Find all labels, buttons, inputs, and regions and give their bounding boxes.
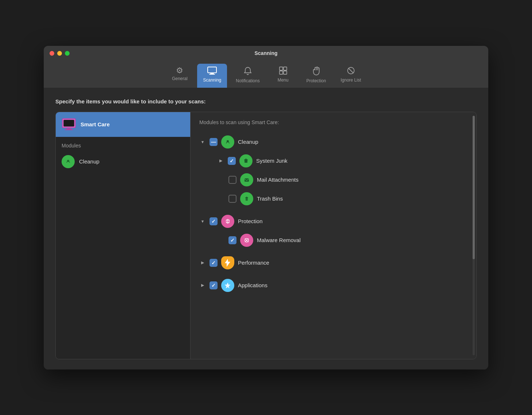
tab-ignore-list[interactable]: Ignore List (335, 64, 367, 88)
svg-rect-26 (246, 197, 247, 197)
checkbox-malware-removal[interactable] (228, 236, 236, 244)
tab-menu[interactable]: Menu (269, 64, 298, 88)
sidebar-item-smart-care[interactable]: Smart Care (56, 112, 190, 137)
module-row-malware-removal: Malware Removal (199, 231, 468, 250)
svg-rect-0 (208, 67, 216, 73)
performance-icon (221, 256, 234, 269)
app-window: Scanning ⚙ General Scanning (44, 46, 488, 369)
svg-rect-22 (245, 178, 249, 182)
svg-rect-12 (65, 129, 73, 130)
hand-icon (312, 67, 320, 77)
gear-icon: ⚙ (176, 67, 183, 75)
chevron-system-junk[interactable] (218, 158, 224, 164)
system-junk-label: System Junk (256, 158, 287, 164)
svg-rect-2 (209, 74, 215, 75)
svg-rect-24 (246, 198, 248, 201)
svg-rect-11 (67, 128, 71, 129)
trash-bins-icon (240, 192, 253, 205)
module-row-system-junk: System Junk (199, 151, 468, 170)
checkbox-protection[interactable] (210, 217, 218, 225)
svg-point-32 (246, 240, 247, 241)
panels-container: Smart Care Modules Cleanup (55, 112, 477, 359)
ignore-icon (347, 67, 355, 76)
chevron-protection[interactable] (199, 218, 206, 225)
svg-rect-5 (279, 71, 283, 74)
module-row-cleanup: Cleanup (199, 133, 468, 151)
svg-rect-1 (210, 73, 214, 74)
right-panel-title: Modules to scan using Smart Care: (199, 119, 468, 125)
main-content: Specify the items you would like to incl… (44, 88, 488, 369)
cleanup-icon-left (62, 155, 75, 168)
chevron-cleanup[interactable] (199, 139, 206, 145)
sidebar-item-cleanup[interactable]: Cleanup (56, 151, 190, 172)
protection-module-label: Protection (238, 218, 263, 224)
tab-scanning[interactable]: Scanning (197, 64, 227, 88)
module-row-trash-bins: Trash Bins (199, 189, 468, 208)
toolbar: ⚙ General Scanning Notifications (44, 61, 488, 88)
close-button[interactable] (50, 51, 54, 56)
mail-attachments-icon (240, 173, 253, 186)
checkbox-trash-bins[interactable] (228, 195, 236, 203)
menu-icon (279, 67, 287, 76)
tab-general[interactable]: ⚙ General (165, 64, 194, 88)
svg-rect-18 (245, 160, 247, 163)
module-row-mail-attachments: Mail Attachments (199, 170, 468, 189)
applications-module-label: Applications (238, 282, 267, 288)
maximize-button[interactable] (65, 51, 70, 56)
right-panel: Modules to scan using Smart Care: Cleanu… (191, 112, 476, 359)
titlebar: Scanning (44, 46, 488, 61)
cleanup-module-label: Cleanup (238, 139, 258, 145)
modules-section-label: Modules (56, 137, 190, 151)
svg-rect-6 (283, 71, 287, 74)
svg-rect-4 (283, 67, 287, 70)
checkbox-cleanup[interactable] (210, 138, 218, 146)
trash-bins-label: Trash Bins (257, 195, 283, 202)
checkbox-performance[interactable] (210, 259, 218, 267)
chevron-applications[interactable] (199, 282, 206, 289)
minimize-button[interactable] (57, 51, 62, 56)
cleanup-label-left: Cleanup (79, 158, 99, 165)
scanning-icon (207, 67, 217, 76)
smart-care-label: Smart Care (81, 121, 110, 127)
checkbox-system-junk[interactable] (228, 157, 236, 165)
performance-module-label: Performance (238, 260, 269, 266)
traffic-lights (50, 51, 70, 56)
malware-removal-label: Malware Removal (257, 237, 301, 243)
chevron-performance[interactable] (199, 260, 206, 266)
left-panel: Smart Care Modules Cleanup (56, 112, 191, 359)
cleanup-module-icon (221, 135, 234, 149)
scrollbar-thumb[interactable] (473, 116, 475, 260)
protection-module-icon (221, 215, 234, 228)
bell-icon (244, 67, 252, 77)
svg-rect-10 (63, 120, 74, 126)
svg-rect-3 (279, 67, 283, 70)
window-title: Scanning (254, 50, 277, 56)
module-row-performance: Performance (199, 253, 468, 272)
mail-attachments-label: Mail Attachments (257, 177, 298, 183)
module-row-applications: Applications (199, 276, 468, 295)
module-row-protection: Protection (199, 212, 468, 231)
checkbox-mail-attachments[interactable] (228, 176, 236, 184)
checkbox-applications[interactable] (210, 281, 218, 289)
svg-line-8 (348, 68, 353, 73)
tab-notifications[interactable]: Notifications (230, 64, 265, 88)
scrollbar-track[interactable] (473, 116, 475, 355)
system-junk-icon (239, 154, 253, 167)
applications-icon (221, 279, 234, 292)
tab-protection[interactable]: Protection (301, 64, 332, 88)
svg-rect-20 (245, 159, 247, 160)
section-title: Specify the items you would like to incl… (55, 98, 477, 104)
smart-care-icon (62, 117, 76, 132)
malware-removal-icon (240, 234, 253, 247)
